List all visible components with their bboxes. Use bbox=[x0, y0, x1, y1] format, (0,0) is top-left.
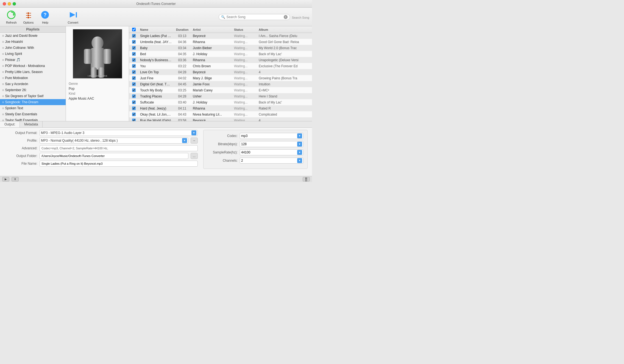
row-checkbox[interactable] bbox=[132, 113, 136, 116]
sidebar-item-3[interactable]: ≡Living Spirit bbox=[0, 51, 66, 57]
statusbar-right-btn[interactable]: ⣿ bbox=[303, 177, 310, 181]
row-checkbox-cell[interactable] bbox=[129, 52, 138, 56]
sidebar-item-11[interactable]: ≡Songbook: The-Dream bbox=[0, 99, 66, 105]
row-checkbox-cell[interactable] bbox=[129, 88, 138, 92]
row-checkbox[interactable] bbox=[132, 52, 136, 56]
browse-folder-button[interactable]: ... bbox=[191, 153, 198, 159]
row-checkbox-cell[interactable] bbox=[129, 119, 138, 121]
channels-select[interactable]: 2 ▼ bbox=[240, 158, 303, 164]
row-checkbox[interactable] bbox=[132, 94, 136, 98]
row-checkbox[interactable] bbox=[132, 64, 136, 68]
table-row[interactable]: Love On Top 04:28 Beyoncé Waiting... 4 bbox=[129, 69, 312, 75]
row-checkbox-cell[interactable] bbox=[129, 70, 138, 74]
row-checkbox-cell[interactable] bbox=[129, 46, 138, 50]
row-checkbox-cell[interactable] bbox=[129, 94, 138, 98]
statusbar-play-btn[interactable]: ▶ bbox=[2, 177, 9, 181]
table-row[interactable]: Trading Places 04:28 Usher Waiting... He… bbox=[129, 93, 312, 99]
sidebar-item-7[interactable]: ≡Pure Motivation bbox=[0, 75, 66, 81]
format-select[interactable]: MP3 - MPEG-1 Audio Layer 3 ▼ bbox=[40, 130, 198, 136]
sidebar-item-0[interactable]: ≡Jazz and David Bowie bbox=[0, 33, 66, 39]
info-and-table: I AM...SASHA FIERCE Genre Pop Kind Apple… bbox=[66, 26, 312, 121]
table-row[interactable]: Digital Girl (feat. The-Dream) 04:45 Jam… bbox=[129, 81, 312, 87]
row-checkbox-cell[interactable] bbox=[129, 64, 138, 68]
maximize-button[interactable] bbox=[13, 2, 16, 5]
row-checkbox[interactable] bbox=[132, 58, 136, 62]
table-row[interactable]: Okay (feat. Lil Jon, Lil Jon, Lil Jon, Y… bbox=[129, 111, 312, 117]
table-row[interactable]: Baby 03:34 Justin Bieber Waiting... My W… bbox=[129, 45, 312, 51]
statusbar: ▶ ⏸ ⣿ bbox=[0, 176, 312, 182]
profile-dropdown-arrow[interactable]: ▼ bbox=[182, 138, 187, 143]
convert-button[interactable]: Convert bbox=[64, 8, 82, 26]
row-checkbox[interactable] bbox=[132, 100, 136, 104]
row-checkbox-cell[interactable] bbox=[129, 34, 138, 38]
row-checkbox-cell[interactable] bbox=[129, 40, 138, 44]
tab-output[interactable]: Output: bbox=[0, 121, 20, 127]
channels-arrow[interactable]: ▼ bbox=[297, 158, 302, 163]
row-checkbox-cell[interactable] bbox=[129, 82, 138, 86]
refresh-button[interactable]: Refresh bbox=[3, 8, 20, 26]
sidebar-item-13[interactable]: ≡Steely Dan Essentials bbox=[0, 111, 66, 117]
table-row[interactable]: Umbrella (feat. JAY Z) 04:36 Rihanna Wai… bbox=[129, 39, 312, 45]
row-checkbox-cell[interactable] bbox=[129, 58, 138, 62]
search-input[interactable] bbox=[226, 15, 283, 19]
row-name: Baby bbox=[138, 46, 173, 50]
row-checkbox-cell[interactable] bbox=[129, 100, 138, 104]
format-dropdown-arrow[interactable]: ▼ bbox=[191, 130, 196, 135]
row-checkbox[interactable] bbox=[132, 82, 136, 86]
table-row[interactable]: Just Fine 04:02 Mary J. Blige Waiting...… bbox=[129, 75, 312, 81]
samplerate-arrow[interactable]: ▼ bbox=[297, 150, 302, 155]
bitrate-arrow[interactable]: ▼ bbox=[297, 142, 302, 147]
table-row[interactable]: You 03:22 Chris Brown Waiting... Exclusi… bbox=[129, 63, 312, 69]
statusbar-pause-btn[interactable]: ⏸ bbox=[12, 177, 19, 181]
sidebar-item-10[interactable]: ≡Six Degrees of Taylor Swif bbox=[0, 93, 66, 99]
sidebar-item-8[interactable]: ≡Sax y Acordeón bbox=[0, 81, 66, 87]
row-checkbox[interactable] bbox=[132, 34, 136, 38]
row-artist: Rihanna bbox=[191, 58, 232, 62]
row-checkbox[interactable] bbox=[132, 88, 136, 92]
row-checkbox[interactable] bbox=[132, 119, 136, 121]
table-row[interactable]: Bed 04:35 J. Holiday Waiting... Back of … bbox=[129, 51, 312, 57]
search-box[interactable]: 🔍 ✕ bbox=[219, 14, 290, 20]
table-row[interactable]: Hard (feat. Jeezy) 04:11 Rihanna Waiting… bbox=[129, 105, 312, 111]
sidebar-item-12[interactable]: ≡Spoken Text bbox=[0, 105, 66, 111]
advanced-row: Advanced: Codec=mp3, Channel=2, SampleRa… bbox=[4, 145, 198, 151]
row-checkbox-cell[interactable] bbox=[129, 113, 138, 116]
row-checkbox-cell[interactable] bbox=[129, 76, 138, 80]
select-all-checkbox[interactable] bbox=[132, 28, 136, 31]
format-value: MP3 - MPEG-1 Audio Layer 3 bbox=[41, 131, 84, 135]
row-checkbox[interactable] bbox=[132, 70, 136, 74]
channels-value: 2 bbox=[241, 159, 243, 163]
sidebar-item-6[interactable]: ≡Pretty Little Liars, Season bbox=[0, 69, 66, 75]
table-row[interactable]: Run the World (Girls) 03:58 Beyoncé Wait… bbox=[129, 117, 312, 121]
row-checkbox[interactable] bbox=[132, 40, 136, 44]
table-row[interactable]: Nobody's Business (feat. Chris Brown) 03… bbox=[129, 57, 312, 63]
samplerate-select[interactable]: 44100 ▼ bbox=[240, 149, 303, 155]
codec-arrow[interactable]: ▼ bbox=[297, 133, 302, 138]
sidebar-item-4[interactable]: ≡Pistear 🎵 bbox=[0, 57, 66, 63]
sidebar-item-1[interactable]: ≡Joe Hisaishi bbox=[0, 39, 66, 45]
help-button[interactable]: ? Help bbox=[37, 8, 53, 26]
sidebar-item-14[interactable]: ≡Taylor Swift Essentials bbox=[0, 117, 66, 121]
table-row[interactable]: Single Ladies (Put a Ring on It) 03:13 B… bbox=[129, 33, 312, 39]
profile-select[interactable]: MP3 - Normal Quality( 44100 Hz, stereo ,… bbox=[40, 138, 188, 144]
sidebar-item-2[interactable]: ≡John Coltrane: With bbox=[0, 45, 66, 51]
genre-value-row: Pop bbox=[69, 87, 126, 91]
channels-row: Channels: 2 ▼ bbox=[207, 158, 303, 164]
table-row[interactable]: Touch My Body 03:25 Mariah Carey Waiting… bbox=[129, 87, 312, 93]
minimize-button[interactable] bbox=[8, 2, 11, 5]
table-row[interactable]: Suffocate 03:40 J. Holiday Waiting... Ba… bbox=[129, 99, 312, 105]
sidebar-item-5[interactable]: ≡POP Workout - Motivationa bbox=[0, 63, 66, 69]
row-checkbox[interactable] bbox=[132, 46, 136, 50]
profile-extra-btn[interactable]: – bbox=[191, 138, 198, 144]
codec-select[interactable]: mp3 ▼ bbox=[240, 133, 303, 139]
bitrate-select[interactable]: 128 ▼ bbox=[240, 141, 303, 147]
row-checkbox[interactable] bbox=[132, 107, 136, 110]
close-button[interactable] bbox=[3, 2, 6, 5]
sidebar-item-9[interactable]: ≡September 26: bbox=[0, 87, 66, 93]
row-checkbox-cell[interactable] bbox=[129, 107, 138, 110]
tab-metadata[interactable]: Metadata bbox=[20, 121, 43, 127]
row-checkbox[interactable] bbox=[132, 76, 136, 80]
options-button[interactable]: Options bbox=[20, 8, 37, 26]
row-album: 4 bbox=[257, 119, 312, 121]
search-clear-button[interactable]: ✕ bbox=[284, 15, 288, 19]
